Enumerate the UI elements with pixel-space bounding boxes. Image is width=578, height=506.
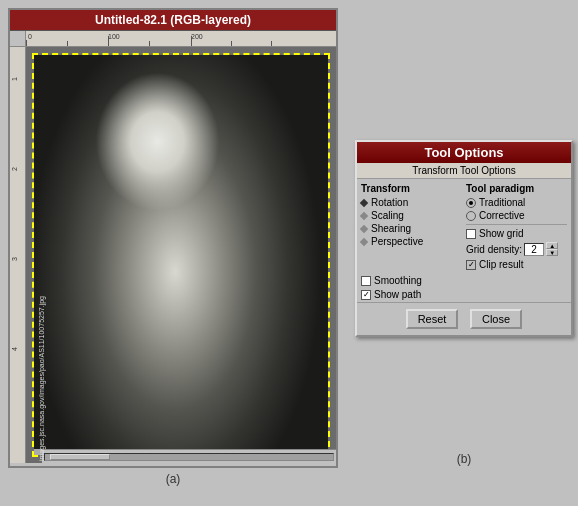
show-path-row[interactable]: ✓ Show path — [357, 288, 571, 301]
clip-result-label: Clip result — [479, 259, 523, 270]
show-grid-row[interactable]: Show grid — [466, 228, 567, 239]
show-grid-checkbox[interactable] — [466, 229, 476, 239]
shearing-label: Shearing — [371, 223, 411, 234]
paradigm-header: Tool paradigm — [466, 183, 567, 194]
spinner-down-button[interactable]: ▼ — [546, 249, 558, 256]
ruler-row: 0 100 200 — [10, 31, 336, 47]
show-path-label: Show path — [374, 289, 421, 300]
shearing-diamond-icon — [360, 224, 368, 232]
grid-density-input[interactable] — [524, 243, 544, 256]
reset-button[interactable]: Reset — [406, 309, 458, 329]
transform-column: Transform Rotation Scaling Shearing Pers… — [361, 183, 462, 272]
tool-dialog-title: Tool Options — [424, 145, 503, 160]
image-titlebar: Untitled-82.1 (RGB-layered) — [10, 10, 336, 31]
ruler-tick-100: 100 — [108, 33, 120, 40]
traditional-label: Traditional — [479, 197, 525, 208]
rotation-label: Rotation — [371, 197, 408, 208]
shearing-row: Shearing — [361, 223, 462, 234]
close-button[interactable]: Close — [470, 309, 522, 329]
smoothing-label: Smoothing — [374, 275, 422, 286]
image-body: 1 2 3 4 images.jsc.nasa.gov/images/pao/A… — [10, 47, 336, 463]
ruler-tick-0: 0 — [28, 33, 32, 40]
perspective-row: Perspective — [361, 236, 462, 247]
ruler-corner — [10, 31, 26, 47]
ruler-tick-200: 200 — [191, 33, 203, 40]
paradigm-column: Tool paradigm Traditional Corrective Sho… — [466, 183, 567, 272]
button-row: Reset Close — [357, 302, 571, 335]
transform-header: Transform — [361, 183, 462, 194]
smoothing-row[interactable]: Smoothing — [357, 274, 571, 287]
paradigm-divider — [466, 224, 567, 225]
ruler-v-2: 2 — [11, 167, 18, 171]
smoothing-checkbox[interactable] — [361, 276, 371, 286]
side-label: images.jsc.nasa.gov/images/pao/AS11/1007… — [38, 259, 45, 464]
show-path-checkbox[interactable]: ✓ — [361, 290, 371, 300]
tool-dialog-titlebar: Tool Options — [357, 142, 571, 163]
ruler-vertical: 1 2 3 4 — [10, 47, 26, 463]
horizontal-scrollbar[interactable] — [42, 449, 336, 463]
spinner-up-button[interactable]: ▲ — [546, 242, 558, 249]
traditional-row[interactable]: Traditional — [466, 197, 567, 208]
perspective-label: Perspective — [371, 236, 423, 247]
grid-density-spinner[interactable]: ▲ ▼ — [546, 242, 558, 256]
rotation-diamond-icon — [360, 198, 368, 206]
clip-result-checkbox[interactable]: ✓ — [466, 260, 476, 270]
scaling-label: Scaling — [371, 210, 404, 221]
scaling-row: Scaling — [361, 210, 462, 221]
tool-columns: Transform Rotation Scaling Shearing Pers… — [357, 179, 571, 274]
ruler-v-4: 4 — [11, 347, 18, 351]
image-canvas: images.jsc.nasa.gov/images/pao/AS11/1007… — [26, 47, 336, 463]
corrective-radio[interactable] — [466, 211, 476, 221]
scrollbar-thumb[interactable] — [50, 454, 110, 460]
image-window: Untitled-82.1 (RGB-layered) 0 100 200 1 … — [8, 8, 338, 468]
ruler-v-1: 1 — [11, 77, 18, 81]
scaling-diamond-icon — [360, 211, 368, 219]
scrollbar-track[interactable] — [44, 453, 334, 461]
corrective-label: Corrective — [479, 210, 525, 221]
clip-result-row[interactable]: ✓ Clip result — [466, 259, 567, 270]
grid-density-row: Grid density: ▲ ▼ — [466, 241, 567, 257]
image-label-a: (a) — [8, 472, 338, 486]
rotation-row: Rotation — [361, 197, 462, 208]
transform-tool-options-label: Transform Tool Options — [357, 163, 571, 179]
grid-density-label: Grid density: — [466, 244, 522, 255]
astronaut-photo — [34, 55, 328, 449]
dialog-label-b: (b) — [355, 452, 573, 466]
traditional-radio[interactable] — [466, 198, 476, 208]
perspective-diamond-icon — [360, 237, 368, 245]
show-grid-label: Show grid — [479, 228, 523, 239]
ruler-horizontal: 0 100 200 — [26, 31, 336, 47]
ruler-v-3: 3 — [11, 257, 18, 261]
tool-options-dialog: Tool Options Transform Tool Options Tran… — [355, 140, 573, 337]
corrective-row[interactable]: Corrective — [466, 210, 567, 221]
image-title: Untitled-82.1 (RGB-layered) — [95, 13, 251, 27]
